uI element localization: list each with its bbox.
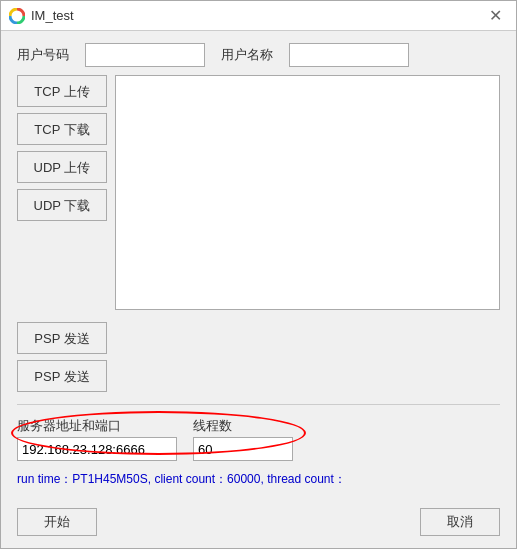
- divider: [17, 404, 500, 405]
- server-address-input[interactable]: [17, 437, 177, 461]
- tcp-download-button[interactable]: TCP 下载: [17, 113, 107, 145]
- main-window: IM_test ✕ 用户号码 用户名称 TCP 上传 TCP 下载 UDP 上传…: [0, 0, 517, 549]
- user-info-row: 用户号码 用户名称: [17, 43, 500, 67]
- psp-send2-button[interactable]: PSP 发送: [17, 360, 107, 392]
- user-name-input[interactable]: [289, 43, 409, 67]
- content-area: 用户号码 用户名称 TCP 上传 TCP 下载 UDP 上传 UDP 下载 PS…: [1, 31, 516, 500]
- thread-label: 线程数: [193, 417, 293, 435]
- start-button[interactable]: 开始: [17, 508, 97, 536]
- close-button[interactable]: ✕: [483, 6, 508, 26]
- thread-group: 线程数: [193, 417, 293, 461]
- main-area: TCP 上传 TCP 下载 UDP 上传 UDP 下载: [17, 75, 500, 310]
- buttons-column: TCP 上传 TCP 下载 UDP 上传 UDP 下载: [17, 75, 107, 310]
- server-address-label: 服务器地址和端口: [17, 417, 177, 435]
- window-title: IM_test: [31, 8, 74, 23]
- run-info: run time：PT1H45M50S, client count：60000,…: [17, 471, 500, 488]
- cancel-button[interactable]: 取消: [420, 508, 500, 536]
- psp-section: PSP 发送 PSP 发送: [17, 322, 500, 392]
- server-address-group: 服务器地址和端口: [17, 417, 177, 461]
- user-name-label: 用户名称: [221, 46, 273, 64]
- udp-upload-button[interactable]: UDP 上传: [17, 151, 107, 183]
- server-row: 服务器地址和端口 线程数: [17, 417, 500, 461]
- psp-send1-button[interactable]: PSP 发送: [17, 322, 107, 354]
- thread-input[interactable]: [193, 437, 293, 461]
- app-icon: [9, 8, 25, 24]
- server-section: 服务器地址和端口 线程数: [17, 417, 500, 461]
- log-textarea[interactable]: [115, 75, 500, 310]
- title-bar-left: IM_test: [9, 8, 74, 24]
- user-id-label: 用户号码: [17, 46, 69, 64]
- tcp-upload-button[interactable]: TCP 上传: [17, 75, 107, 107]
- footer: 开始 取消: [1, 500, 516, 548]
- user-id-input[interactable]: [85, 43, 205, 67]
- udp-download-button[interactable]: UDP 下载: [17, 189, 107, 221]
- title-bar: IM_test ✕: [1, 1, 516, 31]
